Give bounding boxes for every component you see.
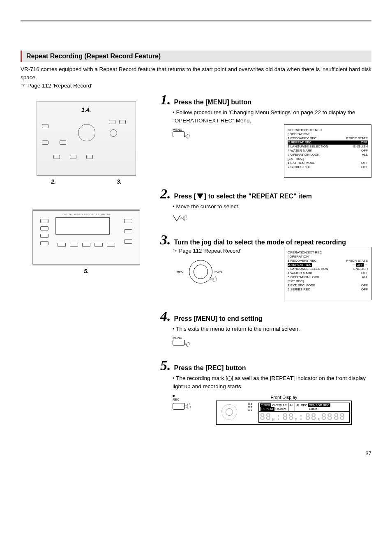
osd2-r3r: OFF [361, 271, 368, 275]
osd1-r2r: ENGLISH [353, 145, 368, 149]
step-2-num: 2. [160, 187, 171, 201]
osd2-sub1: [ OPERATION ] [288, 255, 368, 259]
fd-overlap: OVERLAP [272, 403, 286, 407]
step-2-title-pre: Press [ [174, 193, 196, 200]
header-band [21, 25, 371, 42]
osd2-header: OPERATION/EXT REC [288, 251, 368, 255]
down-arrow-press-fig: ☜ [173, 213, 371, 224]
hand-icon: ☜ [182, 400, 193, 413]
step-1: 1. Press the [MENU] button Follow proced… [160, 93, 371, 178]
osd1-sub2: [EXT REC] [288, 157, 368, 161]
menu-label-2: MENU [173, 336, 371, 340]
step-2: 2. Press [] to select the "REPEAT REC" i… [160, 187, 371, 224]
step-4-num: 4. [160, 309, 171, 323]
intro-text: VR-716 comes equipped with a Repeat Reco… [21, 65, 371, 81]
jog-dial-icon [189, 260, 212, 283]
fd-timer: TIMER [260, 403, 271, 407]
osd2-r3l: 4.WATER MARK [288, 271, 312, 275]
manual-page: Repeat Recording (Repeat Record Feature)… [0, 0, 392, 473]
osd2-r4r: ALL [362, 275, 368, 279]
step-4-title: Press [MENU] to end setting [174, 315, 263, 322]
step-5-body: The recording mark [] as well as the [RE… [173, 375, 366, 389]
step-2-title-post: ] to select the "REPEAT REC" item [204, 193, 312, 200]
right-column: 1. Press the [MENU] button Follow proced… [160, 93, 371, 434]
front-panel-diagram: DIGITAL VIDEO RECORDER VR-716 [32, 210, 140, 265]
section-title: Repeat Recording (Repeat Record Feature) [21, 51, 371, 62]
record-circle-icon [227, 376, 232, 381]
osd1-sub1: [ OPERATION ] [288, 132, 368, 136]
top-rule [21, 21, 371, 21]
jog-dial-fig: REV FWD ☜ [173, 258, 238, 287]
front-display-fig: Front Display ∷∷∷∷∷∷∷∷∷ [216, 395, 352, 425]
left-column: 1.4. 2. 3. DIGITAL VIDEO RECORDER VR-716 [21, 93, 152, 434]
osd1-r3r: OFF [361, 149, 368, 153]
fd-dot-matrix: ∷∷∷∷∷∷∷∷∷ [245, 403, 256, 412]
hand-icon: ☜ [178, 212, 190, 225]
osd2-r1l: 2.REPEAT REC [288, 263, 312, 267]
rec-dot-icon [173, 395, 175, 397]
osd-menu-2: OPERATION/EXT REC [ OPERATION ] 1.RECOVE… [284, 247, 371, 300]
callout-2: 2. [51, 178, 56, 185]
osd1-r3l: 4.WATER MARK [288, 149, 312, 153]
osd2-r1r: OFF [356, 263, 364, 267]
osd1-r4l: 5.OPERATION LOCK [288, 153, 319, 157]
front-display-label: Front Display [216, 395, 352, 400]
step-2-body: Move the cursor to select. [173, 203, 240, 210]
hand-icon: ☜ [208, 273, 219, 286]
callout-1-4: 1.4. [81, 106, 91, 113]
fd-counter: 12345678 [275, 408, 286, 410]
step-5: 5. Press the [REC] button The recording … [160, 359, 371, 425]
step-3: 3. Turn the jog dial to select the mode … [160, 233, 371, 300]
jog-rev-label: REV [177, 270, 183, 274]
hand-icon: ☜ [182, 131, 192, 143]
osd1-e0r: OFF [361, 161, 368, 165]
step-4-body: This exits the menu to return to the nor… [173, 326, 300, 332]
osd2-e1r: OFF [361, 288, 368, 292]
device-under-labels: 2. 3. [21, 178, 152, 185]
step-3-title: Turn the jog dial to select the mode of … [174, 239, 346, 246]
osd-menu-1: OPERATION/EXT REC [ OPERATION ] 1.RECOVE… [284, 124, 371, 178]
osd1-e1r: OFF [361, 165, 368, 169]
fd-al: AL [290, 403, 293, 407]
osd1-r0r: PRIOR STATE [346, 136, 368, 140]
osd1-e1l: 2.SERIES REC [288, 165, 310, 169]
fd-lock: LOCK [309, 407, 318, 411]
osd1-header: OPERATION/EXT REC [288, 128, 368, 132]
page-number: 37 [21, 450, 371, 456]
fd-clock-icon [218, 403, 243, 421]
step-2-title: Press [] to select the "REPEAT REC" item [174, 193, 312, 200]
osd2-r0l: 1.RECOVERY REC [288, 259, 316, 263]
step-5-title: Press the [REC] button [174, 364, 246, 372]
osd2-r2l: 3.LANGUAGE SELECTION [288, 267, 328, 271]
step-3-num: 3. [160, 233, 171, 247]
osd1-r1l: 2.REPEAT REC [288, 140, 311, 145]
device-diagram: 1.4. [37, 101, 136, 176]
osd1-r4r: ALL [362, 153, 368, 157]
osd2-e0r: OFF [361, 283, 368, 288]
fd-indicators: TIMER OVERLAP REPEAT 12345678 AL [258, 403, 350, 423]
osd1-r0l: 1.RECOVERY REC [288, 136, 316, 140]
fd-repeat: REPEAT [261, 407, 274, 411]
fd-m: M [295, 418, 297, 422]
callout-3: 3. [117, 178, 122, 185]
osd1-e0l: 1.EXT REC MODE [288, 161, 315, 165]
osd2-sub2: [EXT REC] [288, 279, 368, 283]
step-5-num: 5. [160, 359, 171, 373]
step-1-num: 1. [160, 93, 171, 107]
fd-sensor: SENSOR REC [308, 403, 330, 407]
callout-5: 5. [21, 268, 152, 274]
osd2-e1l: 2.SERIES REC [288, 288, 310, 292]
osd1-r1r: OFF [361, 140, 367, 145]
osd2-r2r: ENGLISH [353, 267, 368, 271]
step-1-body: Follow procedures in 'Changing Menu Sett… [173, 109, 355, 124]
step-5-body-pre: The recording mark [ [176, 375, 227, 381]
fd-seven-segment: 88H: 88M: 88S 8888 [259, 412, 349, 422]
rec-button-fig: REC ☜ [173, 395, 191, 412]
step-1-title: Press the [MENU] button [174, 99, 251, 106]
panel-model-label: DIGITAL VIDEO RECORDER VR-716 [62, 213, 110, 216]
step-4: 4. Press [MENU] to end setting This exit… [160, 309, 371, 350]
down-triangle-icon [197, 193, 203, 200]
osd1-r2l: 3.LANGUAGE SELECTION [288, 145, 328, 149]
intro-ref: ☞ Page 112 'Repeat Record' [21, 82, 371, 89]
osd2-e0l: 1.EXT REC MODE [288, 283, 315, 288]
